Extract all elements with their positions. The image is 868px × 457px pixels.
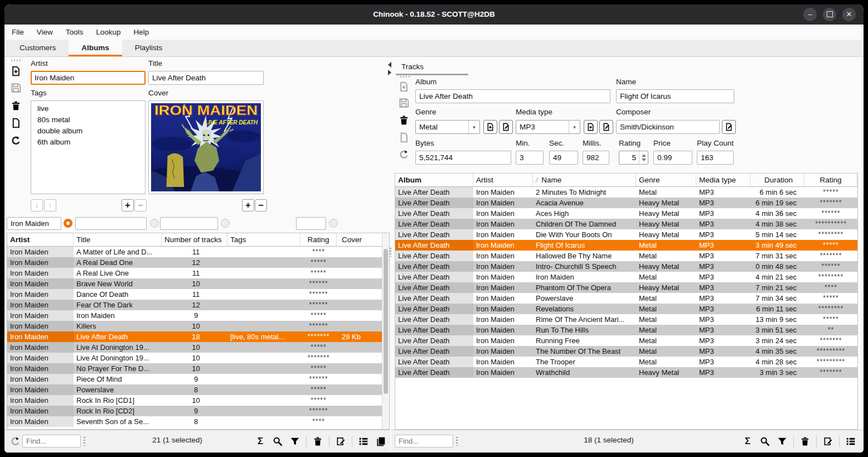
tag-add-button[interactable]: +: [122, 199, 134, 211]
menu-tools[interactable]: Tools: [64, 28, 85, 36]
table-row[interactable]: Iron MaidenNo Prayer For The D...10*****: [7, 363, 389, 374]
price-input[interactable]: [653, 151, 692, 165]
table-row[interactable]: Live After DeathIron MaidenDie With Your…: [395, 229, 857, 240]
tab-albums[interactable]: Albums: [69, 40, 122, 56]
maximize-button[interactable]: [823, 8, 836, 21]
summary-button[interactable]: Σ: [254, 435, 266, 448]
artist-filter-toggle[interactable]: [64, 219, 72, 228]
bytes-input[interactable]: [415, 151, 511, 165]
delete-rows-button[interactable]: [312, 435, 324, 448]
column-header[interactable]: Artist: [473, 174, 533, 186]
table-row[interactable]: Live After DeathIron MaidenWrathchildHea…: [395, 367, 857, 378]
tag-item[interactable]: 80s metal: [31, 114, 145, 126]
albums-find-input[interactable]: [22, 435, 81, 448]
table-row[interactable]: Live After DeathIron MaidenThe TrooperMe…: [395, 357, 857, 367]
chevron-down-icon[interactable]: ▾: [468, 121, 479, 133]
menu-lookup[interactable]: Lookup: [94, 28, 122, 36]
table-row[interactable]: Live After DeathIron MaidenIron MaidenMe…: [395, 272, 857, 282]
table-row[interactable]: Iron MaidenLive After Death18[live, 80s …: [7, 331, 389, 342]
tag-move-down-button[interactable]: ↓: [31, 199, 43, 211]
table-row[interactable]: Live After DeathIron MaidenPowerslaveMet…: [395, 293, 857, 304]
menu-view[interactable]: View: [35, 28, 55, 36]
media-edit-button[interactable]: [599, 120, 613, 134]
cover-field[interactable]: IRON MAIDEN LIVE AFTER DEATH: [148, 100, 264, 194]
column-header[interactable]: Album: [395, 174, 473, 186]
minimize-button[interactable]: –: [803, 8, 817, 21]
table-row[interactable]: Live After DeathIron MaidenHallowed Be T…: [395, 251, 857, 261]
column-header[interactable]: /Name: [533, 174, 636, 186]
refresh-button[interactable]: [9, 134, 22, 147]
spinner-buttons[interactable]: [639, 151, 648, 164]
track-add-button[interactable]: [397, 80, 410, 93]
title-filter-toggle[interactable]: [150, 219, 159, 228]
column-header[interactable]: Artist: [7, 233, 74, 246]
delete-rows-button[interactable]: [799, 435, 811, 448]
composer-edit-button[interactable]: [722, 120, 736, 134]
column-header[interactable]: Cover: [337, 233, 383, 246]
delete-button[interactable]: [9, 99, 22, 112]
table-row[interactable]: Iron MaidenRock In Rio [CD2]9******: [7, 406, 389, 416]
track-delete-button[interactable]: [397, 114, 410, 126]
table-row[interactable]: Iron MaidenDance Of Death11******: [7, 289, 389, 300]
album-title-input[interactable]: [148, 71, 264, 85]
title-filter-input[interactable]: [75, 217, 147, 230]
table-row[interactable]: Live After DeathIron MaidenRevelationsMe…: [395, 304, 857, 314]
composer-input[interactable]: [616, 120, 720, 134]
menu-file[interactable]: File: [10, 28, 26, 36]
menu-help[interactable]: Help: [132, 28, 151, 36]
play-count-input[interactable]: [697, 151, 734, 165]
filter-button[interactable]: [289, 435, 301, 448]
media-type-combobox[interactable]: MP3 ▾: [516, 120, 580, 134]
toolbar-drag-handle[interactable]: [11, 60, 21, 61]
filter-button[interactable]: [776, 435, 788, 448]
toolbar-drag-handle[interactable]: [400, 76, 410, 78]
table-row[interactable]: Iron MaidenLive At Donington 19...10****…: [7, 353, 389, 363]
rating-filter-toggle[interactable]: [329, 219, 338, 228]
albums-scrollbar-thumb[interactable]: [384, 249, 388, 394]
table-row[interactable]: Iron MaidenIron Maiden9*****: [7, 310, 389, 321]
table-row[interactable]: Live After DeathIron MaidenIntro- Church…: [395, 261, 857, 272]
table-row[interactable]: Live After DeathIron MaidenThe Number Of…: [395, 346, 857, 357]
search-button[interactable]: [759, 435, 771, 448]
column-header[interactable]: Genre: [636, 174, 696, 186]
albums-scrollbar[interactable]: [382, 233, 389, 430]
track-name-input[interactable]: [616, 89, 734, 103]
cover-add-button[interactable]: +: [242, 199, 254, 211]
tag-move-up-button[interactable]: ↑: [44, 199, 56, 211]
columns-button[interactable]: [357, 435, 370, 448]
table-row[interactable]: Iron MaidenA Real Dead One12*****: [7, 257, 389, 268]
millis-input[interactable]: [583, 151, 609, 165]
tracks-filter-toggle[interactable]: [221, 219, 230, 228]
artist-input[interactable]: [31, 71, 146, 85]
copy-button[interactable]: [375, 435, 387, 448]
table-row[interactable]: Live After DeathIron MaidenAcacia Avenue…: [395, 198, 857, 208]
genre-edit-button[interactable]: [499, 120, 513, 134]
tab-tracks[interactable]: Tracks: [401, 62, 424, 71]
tag-item[interactable]: 6th album: [31, 137, 145, 148]
column-header[interactable]: Number of tracks: [162, 233, 227, 246]
table-row[interactable]: Live After DeathIron MaidenRun To The Hi…: [395, 325, 857, 335]
table-row[interactable]: Live After DeathIron MaidenFlight Of Ica…: [395, 240, 857, 251]
panel-splitter-controls[interactable]: [388, 62, 391, 75]
chevron-down-icon[interactable]: ▾: [569, 121, 580, 133]
tab-customers[interactable]: Customers: [7, 40, 69, 56]
artist-filter-input[interactable]: [7, 217, 61, 230]
columns-button[interactable]: [845, 435, 857, 448]
add-button[interactable]: [9, 65, 22, 77]
table-row[interactable]: Iron MaidenA Matter of Life and D...11**…: [7, 247, 389, 257]
cover-remove-button[interactable]: −: [255, 199, 267, 211]
rating-spinner[interactable]: 5: [619, 151, 648, 165]
albums-table-header[interactable]: ArtistTitleNumber of tracksTagsRatingCov…: [7, 233, 389, 247]
track-album-input[interactable]: [415, 89, 610, 103]
genre-combobox[interactable]: Metal ▾: [415, 120, 480, 134]
table-row[interactable]: Iron MaidenA Real Live One11*****: [7, 268, 389, 278]
table-row[interactable]: Iron MaidenSeventh Son of a Se...8****: [7, 416, 389, 427]
min-input[interactable]: [516, 151, 544, 165]
column-header[interactable]: Media type: [696, 174, 750, 186]
edit-rows-button[interactable]: [822, 435, 834, 448]
tracks-table-header[interactable]: AlbumArtist/NameGenreMedia typeDurationR…: [395, 174, 857, 187]
edit-rows-button[interactable]: [334, 435, 347, 448]
column-header[interactable]: Rating: [804, 174, 857, 186]
table-row[interactable]: Iron MaidenFear Of The Dark12******: [7, 300, 389, 310]
tag-item[interactable]: live: [31, 101, 145, 114]
